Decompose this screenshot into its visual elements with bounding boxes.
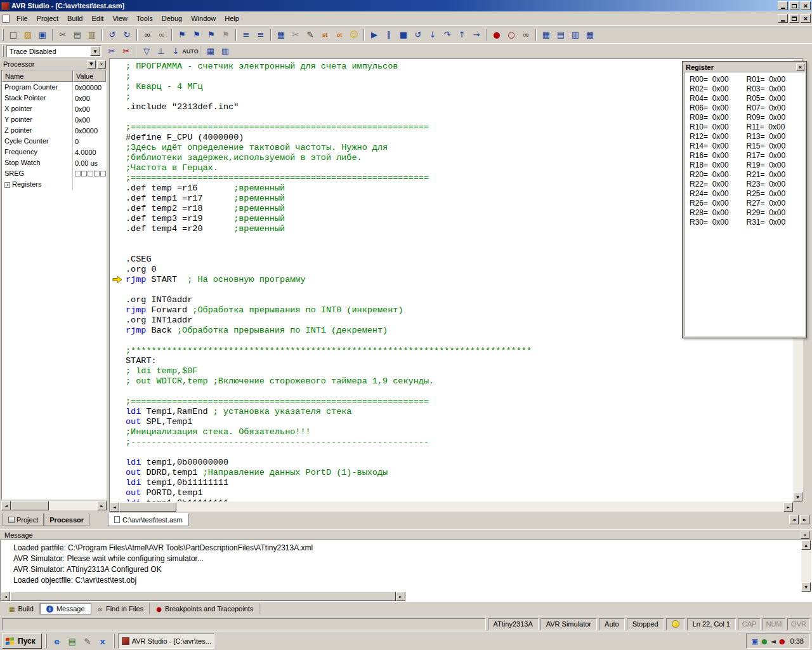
message-panel-titlebar[interactable]: Message × bbox=[0, 529, 812, 540]
code-line[interactable]: .org INT0addr bbox=[126, 295, 532, 305]
memory-view-icon[interactable]: ▦ bbox=[539, 29, 553, 41]
menu-help[interactable]: Help bbox=[220, 12, 244, 25]
stopwatch-icon[interactable]: st bbox=[318, 29, 332, 41]
row-value[interactable]: 0.00 us bbox=[73, 157, 106, 168]
register-r23[interactable]: R23= 0x00 bbox=[747, 180, 804, 189]
close-icon[interactable]: × bbox=[801, 531, 809, 539]
tab-processor[interactable]: Processor bbox=[44, 514, 89, 526]
column-header-value[interactable]: Value bbox=[73, 70, 106, 82]
disassembler-icon[interactable]: ▤ bbox=[554, 29, 568, 41]
code-line[interactable]: ;Частота в Герцах. bbox=[126, 163, 532, 173]
scroll-up-icon[interactable]: ▲ bbox=[801, 540, 811, 550]
toggle-trace-icon[interactable]: ✂ bbox=[105, 45, 119, 58]
tray-volume-icon[interactable]: ◄ bbox=[771, 637, 776, 646]
code-line[interactable]: ldi temp1,0b00000000 bbox=[126, 458, 532, 468]
minimize-button[interactable] bbox=[778, 1, 788, 10]
code-line[interactable]: ;=======================================… bbox=[126, 397, 532, 407]
clear-trace-icon[interactable]: ✂ bbox=[119, 45, 133, 58]
code-line[interactable]: ; bbox=[126, 72, 532, 82]
register-r01[interactable]: R01= 0x00 bbox=[747, 75, 804, 84]
editor-hscrollbar[interactable]: ◄ ► bbox=[110, 501, 793, 512]
code-line[interactable]: .def temp1 =r17 ;временный bbox=[126, 194, 532, 204]
quicklaunch-desktop-icon[interactable]: ▤ bbox=[65, 634, 79, 648]
outdent-icon[interactable]: ≡ bbox=[254, 29, 268, 41]
quicklaunch-ie-icon[interactable]: e bbox=[50, 634, 64, 648]
register-r22[interactable]: R22= 0x00 bbox=[690, 180, 747, 189]
toggle-bookmark-icon[interactable]: ⚑ bbox=[175, 29, 189, 41]
register-r26[interactable]: R26= 0x00 bbox=[690, 199, 747, 208]
code-line[interactable]: ;=======================================… bbox=[126, 173, 532, 183]
scroll-down-icon[interactable]: ▼ bbox=[793, 492, 802, 501]
run-icon[interactable]: ▶ bbox=[367, 29, 381, 41]
menu-build[interactable]: Build bbox=[63, 12, 87, 25]
message-vscrollbar[interactable]: ▲ ▼ bbox=[801, 540, 811, 592]
code-line[interactable]: ; ldi temp,$0F bbox=[126, 366, 532, 376]
table-row-frequency[interactable]: Frequency4.0000 bbox=[2, 147, 106, 157]
mdi-minimize-button[interactable] bbox=[778, 14, 788, 23]
scroll-right-icon[interactable]: ► bbox=[783, 502, 793, 512]
code-line[interactable]: out DDRD,temp1 ;Направление данных PortD… bbox=[126, 468, 532, 478]
code-line[interactable] bbox=[126, 387, 532, 397]
processor-hscrollbar[interactable]: ◄ ► bbox=[1, 501, 107, 510]
code-line[interactable]: ;---------------------------------------… bbox=[126, 437, 532, 448]
code-line[interactable]: rjmp START ; На основную программу bbox=[126, 275, 532, 285]
quickwatch-icon[interactable]: ∞ bbox=[519, 29, 533, 41]
code-line[interactable]: .def temp =r16 ;временный bbox=[126, 183, 532, 194]
table-row-x-pointer[interactable]: X pointer0x00 bbox=[2, 103, 106, 114]
clear-bookmarks-icon[interactable]: ⚑ bbox=[219, 29, 233, 41]
paste-icon[interactable]: ▥ bbox=[85, 29, 99, 41]
sreg-flag-h[interactable] bbox=[88, 171, 93, 176]
register-r14[interactable]: R14= 0x00 bbox=[690, 142, 747, 151]
tray-status-icon[interactable]: ● bbox=[761, 637, 768, 646]
next-bookmark-icon[interactable]: ⚑ bbox=[190, 29, 204, 41]
register-r07[interactable]: R07= 0x00 bbox=[747, 103, 804, 113]
assistant-icon[interactable]: ☺ bbox=[347, 29, 361, 41]
scrollbar-thumb[interactable] bbox=[119, 502, 176, 512]
sreg-flag-s[interactable] bbox=[94, 171, 100, 176]
register-r25[interactable]: R25= 0x00 bbox=[747, 189, 804, 199]
prev-bookmark-icon[interactable]: ⚑ bbox=[204, 29, 218, 41]
find-in-files-icon[interactable]: ∞ bbox=[155, 29, 169, 41]
step-out-icon[interactable]: ↑ bbox=[455, 29, 469, 41]
scroll-left-icon[interactable]: ◄ bbox=[1, 501, 11, 510]
code-line[interactable] bbox=[126, 285, 532, 295]
scroll-left-icon[interactable]: ◄ bbox=[1, 592, 10, 601]
register-r09[interactable]: R09= 0x00 bbox=[747, 113, 804, 123]
menu-tools[interactable]: Tools bbox=[132, 12, 157, 25]
code-line[interactable] bbox=[126, 336, 532, 346]
row-value[interactable] bbox=[73, 179, 106, 190]
menu-project[interactable]: Project bbox=[32, 12, 63, 25]
tab-project[interactable]: Project bbox=[3, 514, 44, 526]
code-line[interactable]: rjmp Back ;Обработка прерывания по INT1 … bbox=[126, 326, 532, 336]
code-line[interactable]: ldi temp1,0b11111111 bbox=[126, 478, 532, 488]
auto-step-icon[interactable]: AUTO bbox=[183, 45, 197, 58]
table-row-cycle-counter[interactable]: Cycle Counter0 bbox=[2, 136, 106, 147]
code-line[interactable]: ; ПРОГРАММА - счетчик электронный для сч… bbox=[126, 62, 532, 72]
menu-debug[interactable]: Debug bbox=[157, 12, 187, 25]
code-line[interactable]: .org 0 bbox=[126, 265, 532, 275]
indent-icon[interactable]: ≡ bbox=[239, 29, 253, 41]
code-line[interactable]: ; bbox=[126, 92, 532, 102]
code-line[interactable]: .CSEG bbox=[126, 255, 532, 265]
scrollbar-thumb[interactable] bbox=[10, 592, 396, 601]
register-r12[interactable]: R12= 0x00 bbox=[690, 132, 747, 142]
io-view-icon[interactable]: ▥ bbox=[568, 29, 582, 41]
code-line[interactable]: ;***************************************… bbox=[126, 346, 532, 356]
register-r27[interactable]: R27= 0x00 bbox=[747, 199, 804, 208]
show-io-icon[interactable]: ▥ bbox=[218, 45, 232, 58]
register-r05[interactable]: R05= 0x00 bbox=[747, 94, 804, 103]
register-r24[interactable]: R24= 0x00 bbox=[690, 189, 747, 199]
scroll-left-icon[interactable]: ◄ bbox=[110, 502, 119, 512]
sreg-flag-t[interactable] bbox=[81, 171, 87, 176]
register-r31[interactable]: R31= 0x00 bbox=[747, 218, 804, 227]
tracepoint-icon[interactable]: ▽ bbox=[140, 45, 154, 58]
taskbar-divider[interactable] bbox=[113, 634, 115, 648]
menu-window[interactable]: Window bbox=[187, 12, 220, 25]
table-row-y-pointer[interactable]: Y pointer0x00 bbox=[2, 114, 106, 125]
code-line[interactable]: ;библиотеки задержек,используемой в этой… bbox=[126, 153, 532, 163]
code-line[interactable]: ;Здесь идёт определение тактовой частоты… bbox=[126, 143, 532, 153]
menu-view[interactable]: View bbox=[108, 12, 132, 25]
undo-icon[interactable]: ↺ bbox=[105, 29, 119, 41]
register-view-icon[interactable]: ▦ bbox=[583, 29, 597, 41]
scroll-down-icon[interactable]: ▼ bbox=[801, 582, 811, 592]
